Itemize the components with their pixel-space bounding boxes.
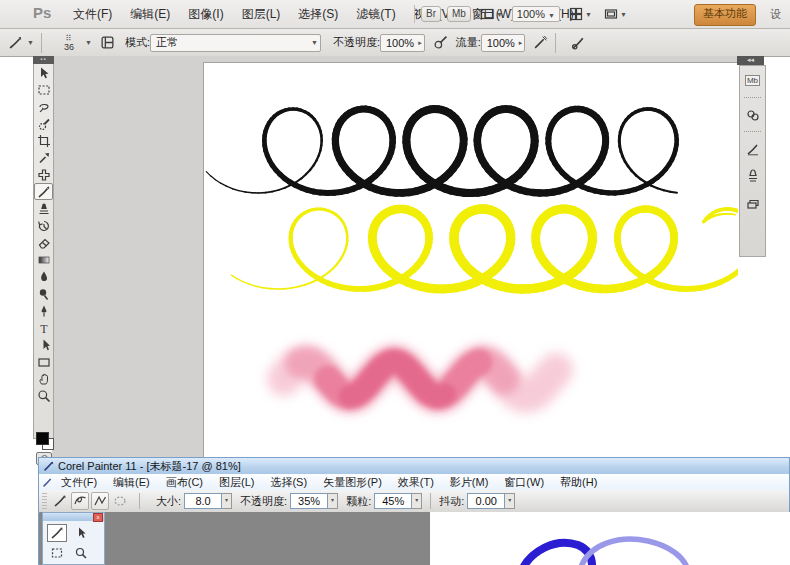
eyedropper-tool[interactable] bbox=[34, 149, 53, 166]
mini-bridge-panel-button[interactable]: Mb bbox=[742, 70, 763, 91]
ps-menu-image[interactable]: 图像(I) bbox=[179, 6, 232, 23]
arrange-documents-button[interactable]: ▼ bbox=[566, 5, 595, 23]
workspace-switcher-button[interactable]: 基本功能 bbox=[694, 4, 756, 26]
cp-menu-shapes[interactable]: 矢量图形(P) bbox=[315, 475, 390, 490]
cp-title-bar[interactable]: Corel Painter 11 - [未标题-17 @ 81%] bbox=[39, 458, 789, 474]
dock-collapse-header[interactable]: ◂◂ bbox=[737, 56, 764, 65]
grain-field[interactable]: 45% bbox=[374, 493, 412, 509]
cp-brush-tool[interactable] bbox=[47, 524, 67, 542]
shape-tool[interactable] bbox=[34, 353, 53, 370]
stepper-icon[interactable]: ▸ bbox=[418, 39, 422, 47]
jitter-field[interactable]: 0.00 bbox=[467, 493, 505, 509]
zoom-tool-icon bbox=[37, 389, 51, 403]
path-select-tool[interactable] bbox=[34, 336, 53, 353]
separator bbox=[555, 33, 556, 53]
gradient-tool[interactable] bbox=[34, 251, 53, 268]
toggle-brush-panel-button[interactable] bbox=[100, 35, 115, 50]
eraser-tool[interactable] bbox=[34, 234, 53, 251]
history-brush-tool[interactable] bbox=[34, 217, 53, 234]
ps-document-canvas[interactable] bbox=[203, 62, 738, 458]
airbrush-toggle-button[interactable] bbox=[533, 35, 548, 50]
type-tool[interactable]: T bbox=[34, 319, 53, 336]
cp-menu-edit[interactable]: 编辑(E) bbox=[105, 475, 158, 490]
opacity-label: 不透明度: bbox=[333, 35, 380, 50]
zoom-tool[interactable] bbox=[34, 387, 53, 404]
size-field[interactable]: 8.0 bbox=[184, 493, 222, 509]
chevron-down-icon[interactable]: ▼ bbox=[27, 39, 34, 46]
blur-tool[interactable] bbox=[34, 268, 53, 285]
brush-tool[interactable] bbox=[34, 183, 53, 200]
ps-menu-select[interactable]: 选择(S) bbox=[289, 6, 347, 23]
cp-menu-select[interactable]: 选择(S) bbox=[262, 475, 315, 490]
zoom-level-box[interactable]: 100% ▼ bbox=[512, 6, 560, 22]
ps-menu-layer[interactable]: 图层(L) bbox=[233, 6, 290, 23]
cp-property-bar: 大小: 8.0 ▾ 不透明度: 35% ▾ 颗粒: 45% ▾ 抖动: 0.00… bbox=[39, 490, 789, 513]
chevron-down-icon: ▼ bbox=[311, 39, 318, 46]
ps-toolbar-collapse-header[interactable]: ▪▪ bbox=[33, 56, 54, 64]
close-icon[interactable]: x bbox=[93, 513, 103, 522]
dodge-tool[interactable] bbox=[34, 285, 53, 302]
brush-panel-button[interactable] bbox=[742, 138, 763, 159]
stepper-icon[interactable]: ▸ bbox=[519, 39, 523, 47]
screen-mode-button[interactable]: ▼ bbox=[601, 5, 630, 23]
clone-source-panel-button[interactable] bbox=[742, 165, 763, 186]
brush-tool-icon bbox=[50, 526, 64, 540]
clone-color-button-disabled[interactable] bbox=[111, 492, 129, 510]
foreground-color-swatch[interactable] bbox=[36, 432, 49, 445]
brush-tool-preset-icon[interactable] bbox=[8, 35, 23, 50]
straight-stroke-button[interactable] bbox=[91, 492, 109, 510]
crop-tool[interactable] bbox=[34, 132, 53, 149]
quick-select-tool[interactable] bbox=[34, 115, 53, 132]
opacity-pressure-button[interactable] bbox=[433, 35, 448, 50]
marquee-tool[interactable] bbox=[34, 81, 53, 98]
cp-menu-canvas[interactable]: 画布(C) bbox=[158, 475, 211, 490]
cp-toolbox-titlebar[interactable]: x bbox=[43, 513, 104, 521]
layers-panel-button[interactable] bbox=[742, 192, 763, 213]
clone-stamp-tool[interactable] bbox=[34, 200, 53, 217]
ps-menu-edit[interactable]: 编辑(E) bbox=[121, 6, 179, 23]
view-extras-button[interactable]: ▼ bbox=[477, 5, 506, 23]
cp-document-canvas[interactable] bbox=[430, 512, 790, 565]
mini-bridge-button[interactable]: Mb bbox=[447, 6, 471, 22]
bridge-button[interactable]: Br bbox=[421, 6, 441, 22]
cp-rect-select-tool[interactable] bbox=[47, 544, 67, 562]
healing-brush-tool[interactable] bbox=[34, 166, 53, 183]
drag-grip[interactable] bbox=[42, 493, 47, 509]
grain-stepper[interactable]: ▾ bbox=[412, 493, 422, 509]
brush-panel-icon bbox=[100, 35, 115, 50]
color-panel-button[interactable] bbox=[742, 104, 763, 125]
path-select-tool-icon bbox=[37, 338, 51, 352]
move-tool[interactable] bbox=[34, 64, 53, 81]
opacity-stepper[interactable]: ▾ bbox=[328, 493, 338, 509]
size-stepper[interactable]: ▾ bbox=[222, 493, 232, 509]
cp-layer-adjuster-tool[interactable] bbox=[71, 524, 91, 542]
hand-tool[interactable] bbox=[34, 370, 53, 387]
lasso-tool[interactable] bbox=[34, 98, 53, 115]
cp-menu-file[interactable]: 文件(F) bbox=[53, 475, 105, 490]
cp-menu-layer[interactable]: 图层(L) bbox=[211, 475, 262, 490]
pen-tool[interactable] bbox=[34, 302, 53, 319]
ps-menu-file[interactable]: 文件(F) bbox=[64, 6, 121, 23]
layer-adjuster-icon bbox=[74, 526, 88, 540]
size-pressure-button[interactable] bbox=[571, 35, 586, 50]
workspace-switcher-partial[interactable]: 设 bbox=[770, 7, 781, 22]
opacity-field[interactable]: 35% bbox=[290, 493, 328, 509]
jitter-stepper[interactable]: ▾ bbox=[505, 493, 515, 509]
ps-menu-filter[interactable]: 滤镜(T) bbox=[347, 6, 404, 23]
chevron-down-icon: ▼ bbox=[585, 11, 592, 18]
separator bbox=[414, 5, 415, 23]
opacity-label: 不透明度: bbox=[240, 494, 287, 509]
cp-menu-window[interactable]: 窗口(W) bbox=[496, 475, 552, 490]
opacity-field[interactable]: 100% ▸ bbox=[380, 34, 425, 52]
brush-preset-picker[interactable]: ⠿ 36 ▼ bbox=[57, 34, 92, 52]
color-swatches bbox=[36, 432, 52, 448]
cp-magnifier-tool[interactable] bbox=[71, 544, 91, 562]
blend-mode-select[interactable]: 正常 ▼ bbox=[150, 34, 321, 52]
cp-menu-help[interactable]: 帮助(H) bbox=[552, 475, 605, 490]
freehand-stroke-button[interactable] bbox=[71, 492, 89, 510]
cp-menu-movie[interactable]: 影片(M) bbox=[442, 475, 497, 490]
corel-painter-window: Corel Painter 11 - [未标题-17 @ 81%] 文件(F) … bbox=[38, 457, 790, 565]
flow-field[interactable]: 100% ▸ bbox=[481, 34, 526, 52]
pen-pressure-size-icon bbox=[571, 35, 586, 50]
cp-menu-effects[interactable]: 效果(T) bbox=[390, 475, 442, 490]
